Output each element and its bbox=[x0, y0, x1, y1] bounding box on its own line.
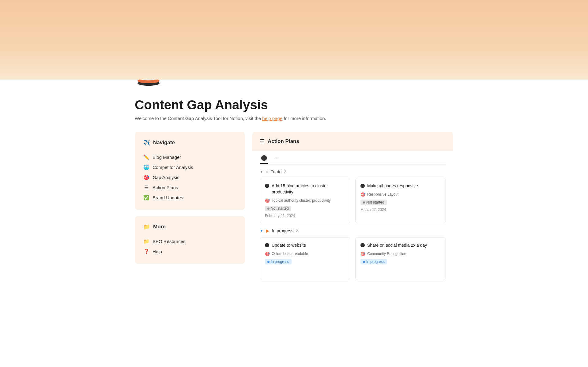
nav-competitor-analysis[interactable]: 🌐 Competitor Analysis bbox=[143, 162, 236, 172]
nav-help-label: Help bbox=[153, 249, 162, 254]
nav-action-plans-label: Action Plans bbox=[153, 185, 178, 190]
nav-brand-updates[interactable]: ✅ Brand Updates bbox=[143, 193, 236, 203]
nav-seo-resources-label: SEO Resources bbox=[153, 239, 186, 244]
task-date-2: March 27, 2024 bbox=[360, 208, 441, 212]
nav-blog-manager-label: Blog Manager bbox=[153, 155, 181, 160]
navigate-icon: ✈️ bbox=[143, 139, 150, 146]
todo-cards-grid: Add 15 blog articles to cluster producti… bbox=[260, 178, 446, 223]
view-toggles: ⬤ ≡ bbox=[260, 151, 446, 164]
task-responsive-meta: 🎯 Responsive Layout bbox=[360, 192, 441, 197]
more-title: More bbox=[153, 224, 166, 230]
todo-label: To-do bbox=[271, 169, 281, 174]
action-plans-header: ☰ Action Plans bbox=[252, 132, 453, 151]
task-card-website-update[interactable]: Update to website 🎯 Colors better readab… bbox=[260, 237, 350, 280]
badge-dot-2 bbox=[363, 201, 365, 204]
right-column: ☰ Action Plans ⬤ ≡ bbox=[252, 132, 453, 287]
action-plans-title: Action Plans bbox=[268, 138, 299, 144]
nav-gap-analysis[interactable]: 🎯 Gap Analysis bbox=[143, 172, 236, 182]
task-meta-label-3: Colors better readable bbox=[272, 252, 308, 256]
task-card-website-title: Update to website bbox=[265, 242, 345, 249]
task-status-badge-in-progress-2: In progress bbox=[360, 259, 387, 264]
task-status-badge-not-started-1: Not started bbox=[265, 206, 291, 211]
task-meta-icon-3: 🎯 bbox=[265, 252, 270, 256]
task-status-badge-not-started-2: Not started bbox=[360, 200, 387, 205]
todo-count: 2 bbox=[284, 170, 286, 174]
navigate-title: Navigate bbox=[153, 140, 175, 146]
in-progress-section: ▼ ▶ In progress 2 Update to website bbox=[260, 228, 446, 280]
task-card-productivity[interactable]: Add 15 blog articles to cluster producti… bbox=[260, 178, 350, 223]
more-items: 📁 SEO Resources ❓ Help bbox=[143, 236, 236, 257]
seo-resources-icon: 📁 bbox=[143, 238, 149, 244]
action-plans-card: ☰ Action Plans ⬤ ≡ bbox=[252, 132, 453, 287]
task-date-1: February 21, 2024 bbox=[265, 214, 345, 218]
task-meta-label-4: Community Recognition bbox=[367, 252, 406, 256]
nav-seo-resources[interactable]: 📁 SEO Resources bbox=[143, 236, 236, 246]
blog-manager-icon: ✏️ bbox=[143, 154, 149, 160]
task-dot-3 bbox=[265, 243, 269, 247]
help-page-link[interactable]: help page bbox=[262, 116, 282, 121]
competitor-analysis-icon: 🌐 bbox=[143, 164, 149, 170]
task-title-text: Add 15 blog articles to cluster producti… bbox=[272, 183, 345, 195]
brand-updates-icon: ✅ bbox=[143, 195, 149, 200]
menu-view-icon: ≡ bbox=[276, 155, 279, 161]
more-card: 📁 More 📁 SEO Resources ❓ Help bbox=[135, 216, 245, 264]
task-productivity-meta: 🎯 Topical authority cluster: productivit… bbox=[265, 198, 345, 203]
task-meta-icon-4: 🎯 bbox=[360, 252, 365, 256]
task-dot bbox=[265, 184, 269, 188]
badge-label-4: In progress bbox=[366, 260, 385, 264]
badge-dot-4 bbox=[363, 261, 365, 263]
page-subtitle: Welcome to the Content Gap Analysis Tool… bbox=[135, 116, 453, 121]
view-toggle-list[interactable]: ⬤ bbox=[260, 155, 268, 164]
left-column: ✈️ Navigate ✏️ Blog Manager 🌐 Competitor… bbox=[135, 132, 245, 264]
in-progress-play-icon: ▶ bbox=[266, 228, 270, 234]
action-plans-nav-icon: ☰ bbox=[143, 185, 149, 190]
in-progress-label: In progress bbox=[272, 228, 293, 233]
navigate-header: ✈️ Navigate bbox=[143, 139, 236, 146]
main-layout: ✈️ Navigate ✏️ Blog Manager 🌐 Competitor… bbox=[135, 132, 453, 287]
badge-dot bbox=[267, 208, 270, 210]
nav-action-plans[interactable]: ☰ Action Plans bbox=[143, 182, 236, 193]
badge-label-2: Not started bbox=[366, 200, 384, 204]
todo-chevron-icon: ▼ bbox=[260, 170, 263, 174]
task-card-social-media[interactable]: Share on social media 2x a day 🎯 Communi… bbox=[355, 237, 446, 280]
action-plans-content: ⬤ ≡ ▼ ○ To-do 2 bbox=[252, 151, 453, 287]
nav-brand-updates-label: Brand Updates bbox=[153, 195, 183, 200]
task-title-text-4: Share on social media 2x a day bbox=[367, 242, 427, 249]
task-meta-icon: 🎯 bbox=[265, 198, 270, 203]
badge-label-3: In progress bbox=[271, 260, 289, 264]
in-progress-section-header[interactable]: ▼ ▶ In progress 2 bbox=[260, 228, 446, 234]
task-meta-label-2: Responsive Layout bbox=[367, 192, 398, 197]
task-card-social-title: Share on social media 2x a day bbox=[360, 242, 441, 249]
list-view-icon: ⬤ bbox=[261, 154, 267, 161]
action-plans-header-icon: ☰ bbox=[260, 138, 265, 145]
badge-dot-3 bbox=[267, 261, 270, 263]
badge-label: Not started bbox=[271, 206, 289, 211]
page-title: Content Gap Analysis bbox=[135, 97, 453, 113]
todo-section-header[interactable]: ▼ ○ To-do 2 bbox=[260, 169, 446, 174]
task-status-badge-in-progress-1: In progress bbox=[265, 259, 292, 264]
header-banner bbox=[0, 0, 588, 80]
task-card-responsive[interactable]: Make all pages responsive 🎯 Responsive L… bbox=[355, 178, 446, 223]
navigate-card: ✈️ Navigate ✏️ Blog Manager 🌐 Competitor… bbox=[135, 132, 245, 210]
task-card-productivity-title: Add 15 blog articles to cluster producti… bbox=[265, 183, 345, 195]
in-progress-cards-grid: Update to website 🎯 Colors better readab… bbox=[260, 237, 446, 280]
more-header: 📁 More bbox=[143, 223, 236, 230]
task-meta-icon-2: 🎯 bbox=[360, 192, 365, 197]
navigate-items: ✏️ Blog Manager 🌐 Competitor Analysis 🎯 … bbox=[143, 152, 236, 203]
nav-gap-analysis-label: Gap Analysis bbox=[153, 175, 179, 180]
task-website-meta: 🎯 Colors better readable bbox=[265, 252, 345, 256]
gap-analysis-icon: 🎯 bbox=[143, 174, 149, 180]
help-icon: ❓ bbox=[143, 249, 149, 254]
task-title-text-2: Make all pages responsive bbox=[367, 183, 418, 189]
task-dot-2 bbox=[360, 184, 365, 188]
task-meta-label: Topical authority cluster: productivity bbox=[272, 198, 331, 203]
in-progress-chevron-icon: ▼ bbox=[260, 229, 263, 233]
task-card-responsive-title: Make all pages responsive bbox=[360, 183, 441, 189]
nav-competitor-analysis-label: Competitor Analysis bbox=[153, 165, 193, 170]
todo-circle-icon: ○ bbox=[266, 169, 268, 174]
view-toggle-menu[interactable]: ≡ bbox=[273, 155, 282, 164]
nav-blog-manager[interactable]: ✏️ Blog Manager bbox=[143, 152, 236, 162]
task-title-text-3: Update to website bbox=[272, 242, 306, 249]
nav-help[interactable]: ❓ Help bbox=[143, 246, 236, 257]
task-social-meta: 🎯 Community Recognition bbox=[360, 252, 441, 256]
